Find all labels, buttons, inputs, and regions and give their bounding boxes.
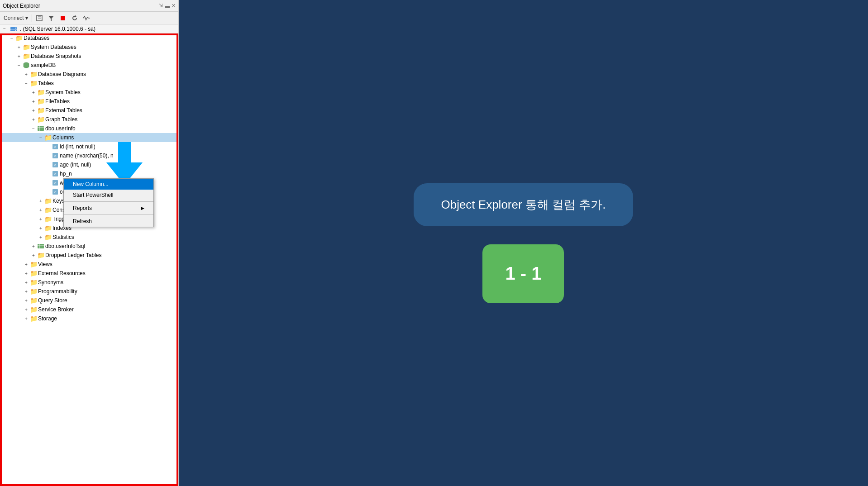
indexes-icon: 📁 — [44, 224, 52, 232]
db-snapshots-icon: 📁 — [23, 52, 30, 60]
svg-point-8 — [15, 30, 16, 31]
triggers-expander[interactable] — [37, 215, 44, 223]
svg-marker-3 — [48, 16, 54, 21]
tables-node[interactable]: 📁 Tables — [0, 79, 178, 88]
system-databases-node[interactable]: 📁 System Databases — [0, 43, 178, 52]
external-tables-expander[interactable] — [30, 107, 37, 114]
columns-node[interactable]: 📁 Columns — [0, 133, 178, 142]
file-tables-icon: 📁 — [37, 98, 44, 105]
sampledb-expander[interactable] — [15, 62, 23, 69]
external-resources-node[interactable]: 📁 External Resources — [0, 269, 178, 278]
dropped-ledger-expander[interactable] — [30, 252, 37, 259]
views-label: Views — [38, 261, 52, 267]
titlebar: Object Explorer ⇲ ▬ ✕ — [0, 0, 178, 12]
storage-node[interactable]: 📁 Storage — [0, 314, 178, 323]
new-column-menu-item[interactable]: New Column... — [64, 179, 153, 190]
db-snapshots-expander[interactable] — [15, 52, 23, 60]
refresh-button[interactable] — [69, 14, 80, 23]
col-id-node[interactable]: c id (int, not null) — [0, 142, 178, 151]
server-node[interactable]: . (SQL Server 16.0.1000.6 - sa) — [0, 24, 178, 33]
col-name-node[interactable]: c name (nvarchar(50), n — [0, 151, 178, 160]
stop-button[interactable] — [57, 14, 68, 23]
databases-folder-icon: 📁 — [15, 34, 23, 42]
col-age-icon: c — [52, 161, 59, 168]
reports-menu-item[interactable]: Reports — [64, 203, 153, 214]
col-id-icon: c — [52, 143, 59, 150]
statistics-expander[interactable] — [37, 233, 44, 241]
new-query-button[interactable] — [34, 14, 45, 23]
columns-expander[interactable] — [37, 134, 44, 141]
filter-button[interactable] — [46, 14, 57, 23]
dbo-userinfo-node[interactable]: dbo.userInfo — [0, 124, 178, 133]
service-broker-node[interactable]: 📁 Service Broker — [0, 305, 178, 314]
external-tables-node[interactable]: 📁 External Tables — [0, 106, 178, 115]
views-node[interactable]: 📁 Views — [0, 260, 178, 269]
databases-node[interactable]: 📁 Databases — [0, 33, 178, 43]
context-menu: New Column... Start PowerShell Reports R… — [63, 178, 154, 227]
external-resources-icon: 📁 — [30, 270, 37, 277]
toolbar-separator — [32, 14, 32, 22]
db-diagrams-node[interactable]: 📁 Database Diagrams — [0, 70, 178, 79]
refresh-menu-item[interactable]: Refresh — [64, 216, 153, 227]
programmability-node[interactable]: 📁 Programmability — [0, 287, 178, 296]
system-databases-expander[interactable] — [15, 43, 23, 51]
tables-label: Tables — [38, 80, 54, 86]
col-hp-node[interactable]: c hp_n — [0, 169, 178, 178]
dbo-userinfosql-node[interactable]: dbo.userInfoTsql — [0, 242, 178, 251]
statistics-icon: 📁 — [44, 233, 52, 241]
file-tables-node[interactable]: 📁 FileTables — [0, 97, 178, 106]
query-store-expander[interactable] — [23, 297, 30, 304]
programmability-icon: 📁 — [30, 288, 37, 295]
statistics-node[interactable]: 📁 Statistics — [0, 233, 178, 242]
context-menu-sep2 — [64, 214, 153, 215]
query-store-node[interactable]: 📁 Query Store — [0, 296, 178, 305]
programmability-label: Programmability — [38, 288, 77, 295]
keys-expander[interactable] — [37, 197, 44, 205]
storage-expander[interactable] — [23, 315, 30, 322]
start-powershell-menu-item[interactable]: Start PowerShell — [64, 190, 153, 200]
graph-tables-expander[interactable] — [30, 116, 37, 123]
dbo-userinfosql-expander[interactable] — [30, 243, 37, 250]
system-tables-node[interactable]: 📁 System Tables — [0, 88, 178, 97]
indexes-expander[interactable] — [37, 224, 44, 232]
sampledb-node[interactable]: sampleDB — [0, 61, 178, 70]
dbo-userinfo-expander[interactable] — [30, 125, 37, 132]
col-hp-label: hp_n — [60, 171, 72, 177]
col-age-node[interactable]: c age (int, null) — [0, 160, 178, 169]
programmability-expander[interactable] — [23, 288, 30, 295]
pin-icon[interactable]: ⇲ — [159, 3, 163, 9]
file-tables-expander[interactable] — [30, 98, 37, 105]
query-store-label: Query Store — [38, 297, 67, 304]
storage-icon: 📁 — [30, 315, 37, 322]
server-expander[interactable] — [1, 25, 8, 33]
system-tables-icon: 📁 — [37, 89, 44, 96]
system-tables-expander[interactable] — [30, 89, 37, 96]
titlebar-controls: ⇲ ▬ ✕ — [159, 3, 176, 9]
tables-icon: 📁 — [30, 80, 37, 87]
synonyms-node[interactable]: 📁 Synonyms — [0, 278, 178, 287]
views-expander[interactable] — [23, 261, 30, 268]
connect-button[interactable]: Connect ▾ — [2, 14, 30, 22]
dropped-ledger-node[interactable]: 📁 Dropped Ledger Tables — [0, 251, 178, 260]
external-tables-label: External Tables — [45, 107, 82, 114]
service-broker-expander[interactable] — [23, 306, 30, 313]
databases-expander[interactable] — [8, 34, 15, 42]
svg-text:c: c — [54, 154, 56, 158]
db-snapshots-node[interactable]: 📁 Database Snapshots — [0, 52, 178, 61]
col-id-label: id (int, not null) — [60, 143, 95, 150]
graph-tables-node[interactable]: 📁 Graph Tables — [0, 115, 178, 124]
db-diagrams-expander[interactable] — [23, 71, 30, 78]
svg-text:c: c — [54, 190, 56, 194]
content-center: Object Explorer 통해 컬럼 추가. 1 - 1 — [414, 183, 633, 303]
dbo-userinfosql-icon — [37, 243, 44, 250]
external-resources-expander[interactable] — [23, 270, 30, 277]
activity-button[interactable] — [81, 14, 92, 23]
titlebar-title: Object Explorer — [3, 3, 40, 9]
synonyms-expander[interactable] — [23, 279, 30, 286]
tables-expander[interactable] — [23, 80, 30, 87]
db-diagrams-label: Database Diagrams — [38, 71, 86, 77]
constraints-expander[interactable] — [37, 206, 44, 214]
dropped-ledger-label: Dropped Ledger Tables — [45, 252, 102, 258]
dock-icon[interactable]: ▬ — [165, 3, 170, 9]
close-icon[interactable]: ✕ — [172, 3, 176, 9]
